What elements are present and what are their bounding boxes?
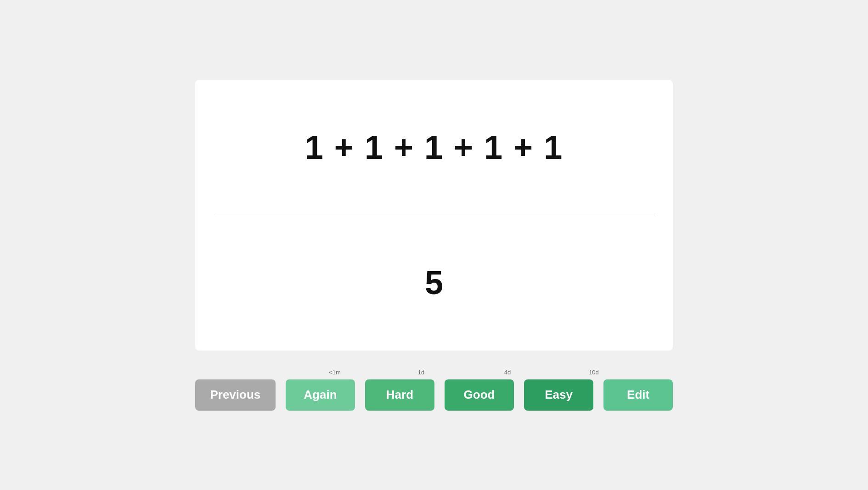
main-container: 1 + 1 + 1 + 1 + 1 5 <1m 1d 4d 10d Previo… bbox=[0, 0, 868, 490]
card-front: 1 + 1 + 1 + 1 + 1 bbox=[195, 80, 673, 215]
edit-button[interactable]: Edit bbox=[603, 379, 673, 411]
buttons-area: <1m 1d 4d 10d Previous Again Hard Good E… bbox=[195, 369, 673, 411]
flashcard: 1 + 1 + 1 + 1 + 1 5 bbox=[195, 80, 673, 351]
good-button[interactable]: Good bbox=[445, 379, 514, 411]
hard-button[interactable]: Hard bbox=[365, 379, 434, 411]
easy-button[interactable]: Easy bbox=[524, 379, 593, 411]
schedule-labels-row: <1m 1d 4d 10d bbox=[195, 369, 673, 376]
again-schedule-label: <1m bbox=[294, 369, 375, 376]
card-answer: 5 bbox=[425, 264, 443, 301]
hard-schedule-label: 1d bbox=[381, 369, 462, 376]
good-schedule-label: 4d bbox=[467, 369, 548, 376]
card-question: 1 + 1 + 1 + 1 + 1 bbox=[305, 128, 563, 166]
easy-schedule-label: 10d bbox=[553, 369, 634, 376]
again-button[interactable]: Again bbox=[286, 379, 355, 411]
previous-button[interactable]: Previous bbox=[195, 379, 276, 411]
card-back: 5 bbox=[195, 215, 673, 350]
buttons-row: Previous Again Hard Good Easy Edit bbox=[195, 379, 673, 411]
